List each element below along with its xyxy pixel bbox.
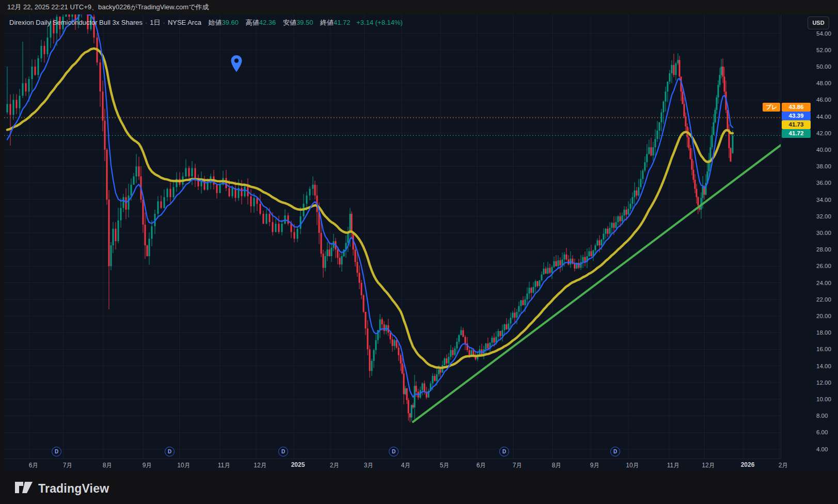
time-tick-label: 9月: [143, 461, 152, 470]
dividend-marker[interactable]: D: [499, 447, 509, 456]
ema-fast-price-label: 43.39: [782, 112, 811, 120]
dividend-marker[interactable]: D: [52, 447, 61, 456]
time-tick-label: 2月: [779, 461, 788, 470]
time-tick-label: 11月: [667, 461, 679, 470]
price-tick-label: 44.00: [816, 113, 831, 120]
time-tick-label: 12月: [254, 461, 266, 470]
price-tick-label: 8.00: [816, 412, 828, 419]
tradingview-wordmark[interactable]: TradingView: [38, 482, 109, 496]
price-tick-label: 18.00: [816, 329, 831, 336]
high-value: 42.36: [259, 19, 276, 26]
price-tick-label: 36.00: [816, 179, 831, 186]
change-value: +3.14 (+8.14%): [356, 19, 403, 26]
time-axis[interactable]: 6月7月8月9月10月11月12月20252月3月4月5月6月7月8月9月10月…: [4, 459, 781, 470]
price-tick-label: 4.00: [816, 446, 828, 453]
trendline[interactable]: [413, 145, 781, 422]
time-tick-label: 2026: [741, 461, 755, 468]
high-label: 高値: [246, 19, 259, 26]
creation-caption: 12月 22, 2025 22:21 UTC+9、backy0226がTradi…: [7, 3, 209, 11]
price-tick-label: 26.00: [816, 262, 831, 270]
price-tick-label: 38.00: [816, 163, 831, 170]
price-tick-label: 34.00: [816, 196, 831, 203]
last-price-label: 41.72: [782, 129, 811, 138]
time-tick-label: 6月: [29, 461, 39, 470]
time-tick-label: 12月: [702, 461, 715, 470]
time-tick-label: 8月: [552, 461, 562, 470]
premarket-badge: プレ: [763, 103, 780, 112]
close-label: 終値: [320, 19, 334, 26]
price-tick-label: 14.00: [816, 363, 831, 370]
price-tick-label: 52.00: [816, 46, 831, 54]
currency-button[interactable]: USD: [808, 17, 829, 29]
exchange-label: NYSE Arca: [168, 19, 201, 26]
separator-dot: ·: [161, 19, 168, 26]
bottom-bar: TradingView: [0, 470, 838, 504]
dividend-marker[interactable]: D: [610, 447, 620, 456]
symbol-title[interactable]: Direxion Daily Semiconductor Bull 3x Sha…: [9, 19, 143, 26]
time-tick-label: 8月: [103, 461, 113, 470]
price-tick-label: 50.00: [816, 63, 831, 70]
ema-fast-line[interactable]: [7, 14, 733, 397]
map-pin-icon[interactable]: [230, 55, 243, 73]
candles-layer: [7, 14, 734, 422]
price-tick-label: 46.00: [816, 96, 831, 103]
time-tick-label: 6月: [477, 461, 486, 470]
price-tick-label: 12.00: [816, 379, 831, 386]
price-tick-label: 10.00: [816, 396, 831, 403]
time-tick-label: 3月: [364, 461, 374, 470]
price-tick-label: 20.00: [816, 312, 831, 320]
low-label: 安値: [283, 19, 296, 26]
price-axis[interactable]: 54.0052.0050.0048.0046.0044.0042.0040.00…: [781, 14, 838, 459]
price-tick-label: 28.00: [816, 246, 831, 253]
open-label: 始値: [209, 19, 222, 26]
price-tick-label: 54.00: [816, 30, 831, 37]
price-tick-label: 42.00: [816, 130, 831, 137]
dividend-marker[interactable]: D: [278, 447, 288, 456]
dividend-marker[interactable]: D: [389, 447, 399, 456]
premarket-price-label: 43.86: [782, 103, 811, 112]
price-tick-label: 40.00: [816, 146, 831, 153]
time-tick-label: 9月: [590, 461, 600, 470]
grid-layer: [4, 14, 781, 459]
separator-dot: ·: [143, 19, 150, 26]
time-tick-label: 5月: [440, 461, 450, 470]
time-tick-label: 2025: [291, 461, 305, 468]
price-tick-label: 22.00: [816, 296, 831, 303]
time-tick-label: 10月: [177, 461, 190, 470]
price-plot-canvas[interactable]: [4, 14, 781, 459]
symbol-header: Direxion Daily Semiconductor Bull 3x Sha…: [9, 18, 403, 27]
interval-label[interactable]: 1日: [150, 19, 160, 26]
price-tick-label: 32.00: [816, 213, 831, 220]
time-tick-label: 11月: [218, 461, 230, 470]
top-bar: 12月 22, 2025 22:21 UTC+9、backy0226がTradi…: [0, 0, 838, 14]
chart-area: Direxion Daily Semiconductor Bull 3x Sha…: [4, 14, 838, 470]
price-tick-label: 48.00: [816, 80, 831, 87]
time-tick-label: 10月: [626, 461, 639, 470]
low-value: 39.50: [296, 19, 313, 26]
price-tick-label: 16.00: [816, 345, 831, 353]
price-tick-label: 6.00: [816, 429, 828, 436]
time-tick-label: 4月: [401, 461, 411, 470]
time-tick-label: 7月: [63, 461, 73, 470]
ema-slow-price-label: 41.73: [782, 120, 811, 129]
open-value: 39.60: [222, 19, 239, 26]
time-tick-label: 7月: [513, 461, 523, 470]
price-tick-label: 24.00: [816, 279, 831, 287]
time-tick-label: 2月: [330, 461, 340, 470]
tradingview-logo-icon[interactable]: [14, 480, 33, 497]
close-value: 41.72: [334, 19, 351, 26]
price-tick-label: 30.00: [816, 229, 831, 237]
dividend-marker[interactable]: D: [165, 447, 175, 456]
